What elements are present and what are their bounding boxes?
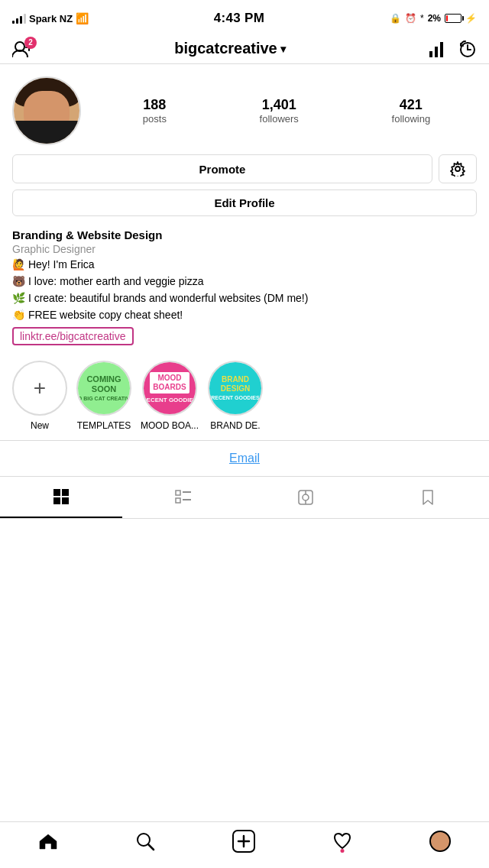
gear-icon: [450, 161, 465, 177]
svg-rect-4: [435, 47, 438, 57]
status-right: 🔒 ⏰ * 2% ⚡: [390, 13, 477, 24]
moodboards-sub: RECENT GOODIES: [142, 397, 197, 404]
bio-line-4: 👏 FREE website copy cheat sheet!: [12, 307, 477, 323]
profile-section: 188 posts 1,401 followers 421 following …: [0, 64, 489, 225]
highlight-circle-new: +: [12, 361, 67, 416]
bio-line-3: 🌿 I create: beautiful brands and wonderf…: [12, 290, 477, 306]
stat-posts[interactable]: 188 posts: [143, 97, 167, 125]
avatar-shirt: [14, 121, 79, 144]
following-label: following: [392, 113, 431, 125]
highlights-section: + New COMING SOON TO BIG CAT CREATIVE TE…: [0, 355, 489, 441]
svg-rect-11: [62, 497, 69, 504]
tab-bar: [0, 477, 489, 519]
history-icon[interactable]: [458, 40, 477, 57]
svg-rect-3: [429, 51, 432, 57]
profile-top: 188 posts 1,401 followers 421 following: [12, 76, 477, 145]
saved-icon: [419, 488, 437, 507]
highlight-circle-templates: COMING SOON TO BIG CAT CREATIVE: [76, 361, 131, 416]
chevron-down-icon: ▾: [280, 43, 286, 55]
lock-icon: 🔒: [390, 13, 401, 24]
notification-badge: 2: [24, 37, 37, 49]
stats-icon[interactable]: [428, 40, 446, 57]
signal-bar-4: [24, 14, 26, 24]
svg-point-17: [303, 494, 309, 500]
bio-line-2: 🐻 I love: mother earth and veggie pizza: [12, 274, 477, 290]
username-text: bigcatcreative: [174, 40, 277, 57]
highlight-label-moodboards: MOOD BOA...: [141, 420, 199, 431]
signal-bar-1: [12, 21, 15, 24]
tab-tagged[interactable]: [244, 477, 367, 518]
highlight-templates[interactable]: COMING SOON TO BIG CAT CREATIVE TEMPLATE…: [76, 361, 131, 431]
posts-label: posts: [143, 113, 167, 125]
mood-inner-text: MOODBOARDS: [150, 372, 189, 394]
signal-bar-2: [16, 18, 18, 24]
svg-rect-14: [176, 498, 180, 503]
main-content: 188 posts 1,401 followers 421 following …: [0, 64, 489, 580]
stats-container: 188 posts 1,401 followers 421 following: [96, 97, 477, 125]
add-user-button[interactable]: 2: [12, 40, 32, 57]
settings-button[interactable]: [439, 154, 477, 183]
alarm-icon: ⏰: [405, 13, 416, 24]
nav-right: [428, 40, 477, 57]
nav-username[interactable]: bigcatcreative ▾: [174, 40, 286, 57]
stat-following[interactable]: 421 following: [392, 97, 431, 125]
bio-title: Graphic Designer: [12, 243, 477, 255]
email-link[interactable]: Email: [229, 452, 260, 465]
svg-rect-8: [53, 489, 60, 496]
bio-section: Branding & Website Design Graphic Design…: [0, 225, 489, 355]
tagged-icon: [296, 488, 315, 507]
avatar-image: [14, 78, 79, 144]
tab-saved[interactable]: [367, 477, 489, 518]
charging-icon: ⚡: [465, 13, 477, 24]
svg-point-7: [455, 167, 460, 171]
branddesign-thumb: BRANDDESIGN RECENT GOODIES: [209, 362, 261, 414]
highlight-moodboards[interactable]: MOODBOARDS RECENT GOODIES MOOD BOA...: [141, 361, 199, 431]
carrier-name: Spark NZ: [29, 13, 73, 24]
highlight-circle-branddesign: BRANDDESIGN RECENT GOODIES: [208, 361, 263, 416]
followers-count: 1,401: [262, 97, 296, 113]
signal-bars: [12, 13, 26, 24]
tab-list[interactable]: [122, 477, 244, 518]
signal-bar-3: [20, 16, 22, 24]
svg-rect-10: [53, 497, 60, 504]
battery-percentage: 2%: [428, 13, 441, 24]
wifi-icon: 📶: [76, 12, 89, 24]
battery-icon: [445, 14, 461, 23]
highlight-circle-moodboards: MOODBOARDS RECENT GOODIES: [142, 361, 197, 416]
status-left: Spark NZ 📶: [12, 12, 89, 24]
email-section: Email: [0, 441, 489, 477]
bluetooth-icon: *: [420, 13, 424, 24]
following-count: 421: [400, 97, 423, 113]
highlight-new[interactable]: + New: [12, 361, 67, 431]
bio-link[interactable]: linktr.ee/bigcatcreative: [12, 327, 134, 345]
highlight-label-new: New: [31, 420, 49, 431]
avatar[interactable]: [12, 76, 81, 145]
stat-followers[interactable]: 1,401 followers: [260, 97, 299, 125]
status-time: 4:43 PM: [214, 11, 264, 26]
followers-label: followers: [260, 113, 299, 125]
grid-icon: [52, 487, 70, 506]
svg-rect-9: [62, 489, 69, 496]
action-buttons-row1: Promote: [12, 154, 477, 183]
plus-icon: +: [34, 376, 46, 400]
bio-line-1: 🙋 Hey! I'm Erica: [12, 257, 477, 273]
nav-bar: 2 bigcatcreative ▾: [0, 34, 489, 64]
highlight-branddesign[interactable]: BRANDDESIGN RECENT GOODIES BRAND DE.: [208, 361, 263, 431]
list-icon: [174, 488, 193, 507]
bio-name: Branding & Website Design: [12, 228, 477, 241]
tab-grid[interactable]: [0, 477, 122, 518]
highlights-container: + New COMING SOON TO BIG CAT CREATIVE TE…: [0, 361, 489, 431]
promote-button[interactable]: Promote: [12, 154, 432, 183]
highlight-label-templates: TEMPLATES: [77, 420, 131, 431]
edit-profile-button[interactable]: Edit Profile: [12, 189, 477, 216]
templates-thumb: COMING SOON TO BIG CAT CREATIVE: [78, 362, 130, 414]
battery-fill: [446, 15, 448, 21]
status-bar: Spark NZ 📶 4:43 PM 🔒 ⏰ * 2% ⚡: [0, 0, 489, 34]
highlight-label-branddesign: BRAND DE.: [210, 420, 260, 431]
posts-count: 188: [143, 97, 166, 113]
moodboards-thumb: MOODBOARDS RECENT GOODIES: [144, 362, 196, 414]
svg-rect-12: [176, 491, 180, 495]
svg-rect-5: [440, 42, 443, 57]
